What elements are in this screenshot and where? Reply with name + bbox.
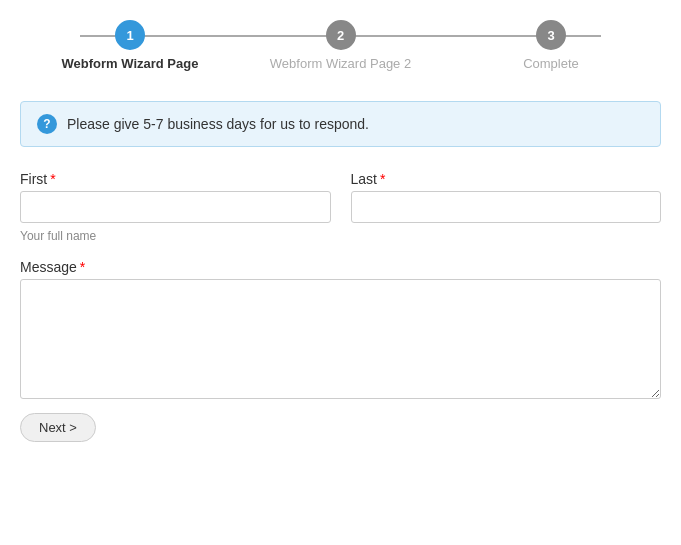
wizard-steps: 1 Webform Wizard Page 2 Webform Wizard P… <box>20 20 661 71</box>
last-field: Last* <box>351 171 662 223</box>
step-label-2: Webform Wizard Page 2 <box>270 56 411 71</box>
last-input[interactable] <box>351 191 662 223</box>
wizard-step-3: 3 Complete <box>461 20 641 71</box>
info-icon: ? <box>37 114 57 134</box>
wizard-step-1: 1 Webform Wizard Page <box>40 20 220 71</box>
step-label-1: Webform Wizard Page <box>62 56 199 71</box>
info-box: ? Please give 5-7 business days for us t… <box>20 101 661 147</box>
step-circle-2: 2 <box>326 20 356 50</box>
last-label: Last* <box>351 171 662 187</box>
next-button[interactable]: Next > <box>20 413 96 442</box>
name-row: First* Last* <box>20 171 661 223</box>
step-label-3: Complete <box>523 56 579 71</box>
info-message: Please give 5-7 business days for us to … <box>67 116 369 132</box>
full-name-hint: Your full name <box>20 229 661 243</box>
step-circle-3: 3 <box>536 20 566 50</box>
wizard-form: First* Last* Your full name Message* Nex… <box>20 171 661 442</box>
message-field: Message* <box>20 259 661 399</box>
first-label: First* <box>20 171 331 187</box>
last-required-star: * <box>380 171 385 187</box>
message-textarea[interactable] <box>20 279 661 399</box>
message-label: Message* <box>20 259 661 275</box>
first-field: First* <box>20 171 331 223</box>
first-required-star: * <box>50 171 55 187</box>
message-required-star: * <box>80 259 85 275</box>
wizard-step-2: 2 Webform Wizard Page 2 <box>251 20 431 71</box>
first-input[interactable] <box>20 191 331 223</box>
wizard-container: 1 Webform Wizard Page 2 Webform Wizard P… <box>20 20 661 71</box>
step-circle-1: 1 <box>115 20 145 50</box>
